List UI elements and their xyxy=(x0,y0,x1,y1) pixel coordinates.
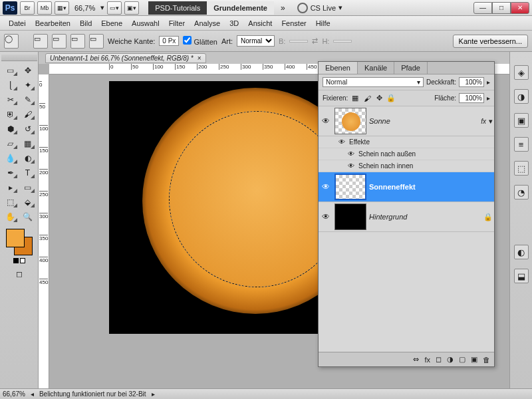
tool-preset-icon[interactable]: ◯ xyxy=(4,34,19,49)
status-info[interactable]: Belichtung funktioniert nur bei 32-Bit xyxy=(39,390,146,398)
delete-layer-icon[interactable]: 🗑 xyxy=(483,356,490,364)
layer-mask-icon[interactable]: ◻ xyxy=(436,355,442,364)
stamp-tool-icon[interactable]: ⬢ xyxy=(3,122,19,136)
link-layers-icon[interactable]: ⇔ xyxy=(413,355,419,364)
character-panel-icon[interactable]: ≡ xyxy=(514,137,529,152)
menu-filter[interactable]: Filter xyxy=(164,19,190,27)
feather-input[interactable]: 0 Px xyxy=(159,36,179,46)
hand-tool-icon[interactable]: ✋ xyxy=(3,210,19,223)
default-colors-icon[interactable] xyxy=(13,258,25,263)
layers-panel[interactable]: Ebenen Kanäle Pfade Normal ▾ Deckkraft: … xyxy=(318,61,495,367)
menu-datei[interactable]: Datei xyxy=(4,19,31,27)
path-select-icon[interactable]: ▸ xyxy=(3,181,19,194)
opacity-input[interactable]: 100% xyxy=(459,77,484,87)
window-maximize-button[interactable]: □ xyxy=(492,2,511,14)
swatches-panel-icon[interactable]: ⬚ xyxy=(514,161,529,176)
selection-subtract-icon[interactable]: ▭ xyxy=(70,34,85,49)
menu-bearbeiten[interactable]: Bearbeiten xyxy=(31,19,75,27)
selection-new-icon[interactable]: ▭ xyxy=(33,34,48,49)
layer-fx-icon[interactable]: fx xyxy=(424,356,430,364)
wand-tool-icon[interactable]: ✦ xyxy=(20,78,36,92)
status-prev-icon[interactable]: ◂ xyxy=(31,390,34,398)
selection-add-icon[interactable]: ▭ xyxy=(52,34,66,49)
new-layer-icon[interactable]: ▣ xyxy=(471,355,477,364)
visibility-toggle-icon[interactable]: 👁 xyxy=(338,138,345,146)
dodge-tool-icon[interactable]: ◐ xyxy=(20,152,36,165)
eyedropper-tool-icon[interactable]: ✎ xyxy=(20,93,36,106)
shape-tool-icon[interactable]: ▭ xyxy=(20,181,36,194)
layer-thumbnail[interactable] xyxy=(334,108,366,134)
layer-thumbnail[interactable] xyxy=(334,203,366,230)
screenmode-icon[interactable]: ▣▾ xyxy=(124,1,139,15)
history-panel-icon[interactable]: ◐ xyxy=(514,245,529,259)
clone-panel-icon[interactable]: ⬓ xyxy=(514,269,529,283)
visibility-toggle-icon[interactable]: 👁 xyxy=(320,116,332,126)
brushes-panel-icon[interactable]: ◔ xyxy=(514,185,529,200)
history-brush-icon[interactable]: ↺ xyxy=(20,122,36,136)
arrange-icon[interactable]: ▭▾ xyxy=(107,1,122,15)
workspace-tab-tutorials[interactable]: PSD-Tutorials xyxy=(148,1,207,15)
window-minimize-button[interactable]: — xyxy=(473,2,492,14)
lock-all-icon[interactable]: 🔒 xyxy=(386,94,396,103)
type-tool-icon[interactable]: T xyxy=(20,166,36,180)
adjustments-panel-icon[interactable]: ◑ xyxy=(514,89,529,104)
ruler-vertical[interactable]: 0 50 100 150 200 250 300 350 400 450 xyxy=(39,74,49,388)
fill-input[interactable]: 100% xyxy=(459,93,484,103)
crop-tool-icon[interactable]: ✂ xyxy=(3,93,19,106)
visibility-toggle-icon[interactable]: 👁 xyxy=(320,182,332,192)
menu-ebene[interactable]: Ebene xyxy=(96,19,127,27)
style-select[interactable]: Normal xyxy=(237,35,275,47)
tab-kanaele[interactable]: Kanäle xyxy=(358,62,394,74)
blur-tool-icon[interactable]: 💧 xyxy=(3,152,19,165)
layer-group-icon[interactable]: ▢ xyxy=(459,355,466,364)
layers-panel-icon[interactable]: ◈ xyxy=(514,65,529,80)
selection-intersect-icon[interactable]: ▭ xyxy=(89,34,104,49)
lasso-tool-icon[interactable]: ɭ xyxy=(3,78,19,92)
pen-tool-icon[interactable]: ✒ xyxy=(3,166,19,180)
eraser-tool-icon[interactable]: ▱ xyxy=(3,137,19,150)
cslive-button[interactable]: CS Live ▾ xyxy=(292,3,348,13)
workspace-more-icon[interactable]: » xyxy=(277,3,289,13)
color-swatches[interactable] xyxy=(6,229,33,255)
marquee-tool-icon[interactable]: ▭ xyxy=(3,64,19,77)
menu-hilfe[interactable]: Hilfe xyxy=(311,19,335,27)
fill-slider-icon[interactable]: ▸ xyxy=(487,94,490,102)
blend-mode-select[interactable]: Normal ▾ xyxy=(323,77,424,87)
bridge-button[interactable]: Br xyxy=(20,1,35,15)
effect-inner-glow[interactable]: 👁 Schein nach innen xyxy=(319,160,494,172)
3dcam-tool-icon[interactable]: ⬙ xyxy=(20,196,36,209)
brush-tool-icon[interactable]: 🖌 xyxy=(20,108,36,121)
visibility-toggle-icon[interactable]: 👁 xyxy=(348,150,354,158)
fx-expand-icon[interactable]: ▾ xyxy=(489,117,493,126)
menu-bild[interactable]: Bild xyxy=(75,19,96,27)
opacity-slider-icon[interactable]: ▸ xyxy=(487,78,490,86)
effects-header[interactable]: 👁 Effekte xyxy=(319,136,494,148)
gradient-tool-icon[interactable]: ▦ xyxy=(20,137,36,150)
frames-icon[interactable]: ▦▾ xyxy=(55,1,69,15)
minibridge-button[interactable]: Mb xyxy=(37,1,52,15)
healing-tool-icon[interactable]: ⛨ xyxy=(3,108,19,121)
lock-pixels-icon[interactable]: 🖌 xyxy=(362,94,372,103)
menu-analyse[interactable]: Analyse xyxy=(190,19,225,27)
zoom-tool-icon[interactable]: 🔍 xyxy=(20,210,36,223)
foreground-color-swatch[interactable] xyxy=(6,229,25,247)
close-tab-icon[interactable]: × xyxy=(198,55,201,62)
menu-ansicht[interactable]: Ansicht xyxy=(243,19,277,27)
layer-sonne[interactable]: 👁 Sonne fx ▾ xyxy=(319,106,494,136)
lock-transparency-icon[interactable]: ▦ xyxy=(350,94,360,103)
zoom-dropdown-icon[interactable]: ▾ xyxy=(100,3,104,12)
fx-badge[interactable]: fx xyxy=(481,118,486,125)
antialias-checkbox[interactable]: Glätten xyxy=(183,36,217,46)
zoom-display[interactable]: 66,7% xyxy=(72,4,98,12)
lock-position-icon[interactable]: ✥ xyxy=(374,94,384,103)
move-tool-icon[interactable]: ✥ xyxy=(20,64,36,77)
status-next-icon[interactable]: ▸ xyxy=(152,390,155,398)
3d-tool-icon[interactable]: ⬚ xyxy=(3,196,19,209)
ps-logo-icon[interactable]: Ps xyxy=(3,1,17,15)
quickmask-icon[interactable]: ◻ xyxy=(11,267,27,281)
layer-hintergrund[interactable]: 👁 Hintergrund 🔒 xyxy=(319,202,494,232)
masks-panel-icon[interactable]: ▣ xyxy=(514,113,529,128)
visibility-toggle-icon[interactable]: 👁 xyxy=(320,212,332,221)
layer-thumbnail[interactable] xyxy=(334,174,366,200)
menu-fenster[interactable]: Fenster xyxy=(277,19,311,27)
